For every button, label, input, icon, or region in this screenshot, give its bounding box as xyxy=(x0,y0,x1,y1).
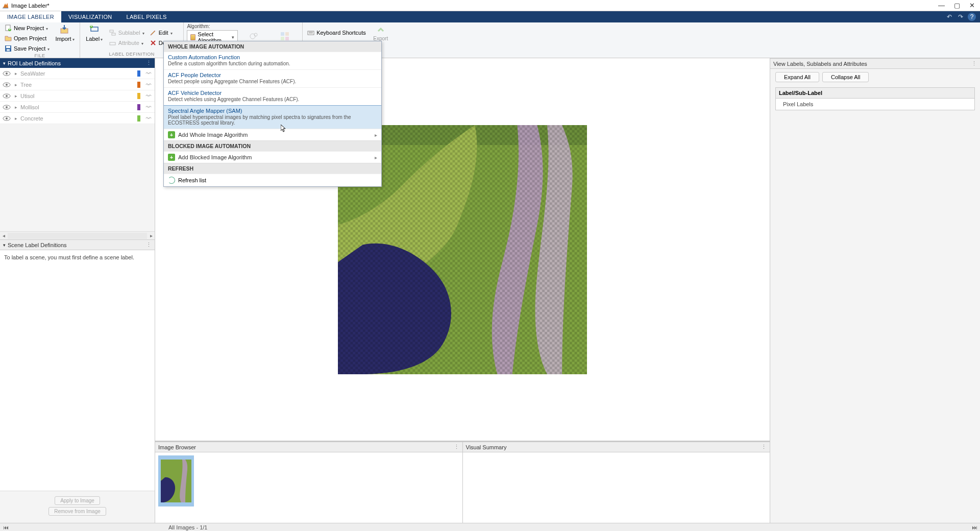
svg-text:+: + xyxy=(90,25,93,29)
keyboard-shortcuts-button[interactable]: Keyboard Shortcuts xyxy=(306,28,368,37)
view-labels-header[interactable]: View Labels, Sublabels and Attributes ⋮ xyxy=(770,58,980,69)
roi-panel-header[interactable]: ▾ ROI Label Definitions ⋮ xyxy=(0,58,155,68)
panel-menu-icon[interactable]: ⋮ xyxy=(454,444,459,450)
roi-hscroll[interactable]: ◂ ▸ xyxy=(0,231,155,239)
folder-open-icon xyxy=(5,35,12,42)
scene-panel-header[interactable]: ▾ Scene Label Definitions ⋮ xyxy=(0,239,155,250)
first-image-button[interactable]: ⏮ xyxy=(2,524,9,530)
dropdown-group-blocked: BLOCKED IMAGE AUTOMATION xyxy=(164,140,381,151)
svg-rect-0 xyxy=(3,8,8,8)
color-swatch xyxy=(137,70,140,77)
save-project-button[interactable]: Save Project xyxy=(3,44,51,53)
visibility-icon[interactable] xyxy=(2,115,11,122)
link-icon[interactable] xyxy=(144,115,153,122)
expand-all-button[interactable]: Expand All xyxy=(775,72,819,82)
right-sidebar: View Labels, Sublabels and Attributes ⋮ … xyxy=(770,58,980,523)
link-icon[interactable] xyxy=(144,70,153,77)
dropdown-refresh[interactable]: Refresh list xyxy=(164,174,381,186)
close-button[interactable]: ✕ xyxy=(969,2,975,9)
expand-icon[interactable]: ▸ xyxy=(13,93,19,99)
import-icon xyxy=(60,25,70,35)
expand-icon[interactable]: ▸ xyxy=(13,71,19,76)
import-button[interactable]: Import xyxy=(53,23,76,53)
chevron-down-icon: ▾ xyxy=(232,35,234,40)
visual-summary-panel: Visual Summary ⋮ xyxy=(463,442,770,523)
dashboard-icon xyxy=(280,31,290,41)
dropdown-item-sam[interactable]: Spectral Angle Mapper (SAM) Pixel label … xyxy=(164,105,381,129)
dropdown-add-whole[interactable]: + Add Whole Image Algorithm ▸ xyxy=(164,129,381,140)
dropdown-group-whole: WHOLE IMAGE AUTOMATION xyxy=(164,41,381,52)
tab-image-labeler[interactable]: IMAGE LABELER xyxy=(0,11,61,22)
visibility-icon[interactable] xyxy=(2,104,11,111)
dropdown-item-acf-vehicle[interactable]: ACF Vehicle Detector Detect vehicles usi… xyxy=(164,87,381,105)
titlebar: Image Labeler* — ▢ ✕ xyxy=(0,0,980,11)
roi-label-mollisol[interactable]: ▸ Mollisol xyxy=(0,102,155,113)
image-thumbnail[interactable] xyxy=(158,455,194,506)
open-project-button[interactable]: Open Project xyxy=(3,34,51,43)
attribute-button[interactable]: Attribute xyxy=(108,38,146,47)
panel-menu-icon[interactable]: ⋮ xyxy=(761,444,767,450)
help-button[interactable]: ? xyxy=(968,13,976,21)
statusbar: ⏮ All Images - 1/1 ⏭ xyxy=(0,523,980,531)
panel-menu-icon[interactable]: ⋮ xyxy=(971,60,977,67)
svg-rect-19 xyxy=(285,37,289,40)
roi-label-seawater[interactable]: ▸ SeaWater xyxy=(0,68,155,79)
visual-summary-header[interactable]: Visual Summary ⋮ xyxy=(463,442,770,452)
expand-icon[interactable]: ▸ xyxy=(13,116,19,121)
link-icon[interactable] xyxy=(144,92,153,100)
undo-button[interactable]: ↶ xyxy=(945,13,953,21)
color-swatch xyxy=(137,115,140,122)
apply-to-image-button[interactable]: Apply to Image xyxy=(55,496,100,505)
scroll-left-icon[interactable]: ◂ xyxy=(0,233,7,238)
label-icon: + xyxy=(89,25,100,35)
expand-icon[interactable]: ▸ xyxy=(13,105,19,110)
label-table: Label/Sub-Label Pixel Labels xyxy=(775,87,975,110)
visibility-icon[interactable] xyxy=(2,81,11,88)
sublabel-button[interactable]: Sublabel xyxy=(108,28,146,37)
svg-rect-5 xyxy=(6,46,10,48)
dropdown-group-refresh: REFRESH xyxy=(164,163,381,174)
redo-button[interactable]: ↷ xyxy=(957,13,965,21)
status-text: All Images - 1/1 xyxy=(168,524,207,530)
dropdown-add-blocked[interactable]: + Add Blocked Image Algorithm ▸ xyxy=(164,151,381,163)
tab-visualization[interactable]: VISUALIZATION xyxy=(61,11,119,22)
roi-label-concrete[interactable]: ▸ Concrete xyxy=(0,113,155,124)
label-button[interactable]: + Label xyxy=(83,23,106,52)
roi-label-utisol[interactable]: ▸ Utisol xyxy=(0,90,155,102)
panel-menu-icon[interactable]: ⋮ xyxy=(146,242,152,248)
label-table-header: Label/Sub-Label xyxy=(776,88,974,99)
keyboard-icon xyxy=(307,29,314,36)
attribute-icon xyxy=(109,39,116,46)
new-project-button[interactable]: + New Project xyxy=(3,23,51,33)
label-table-row[interactable]: Pixel Labels xyxy=(776,99,974,110)
visibility-icon[interactable] xyxy=(2,70,11,77)
dropdown-item-acf-people[interactable]: ACF People Detector Detect people using … xyxy=(164,69,381,87)
expand-icon[interactable]: ▸ xyxy=(13,82,19,87)
tab-label-pixels[interactable]: LABEL PIXELS xyxy=(119,11,174,22)
algorithm-label: Algorithm: xyxy=(187,23,299,29)
automate-icon xyxy=(249,31,259,41)
minimize-button[interactable]: — xyxy=(938,2,945,9)
visibility-icon[interactable] xyxy=(2,92,11,100)
roi-label-tree[interactable]: ▸ Tree xyxy=(0,79,155,90)
link-icon[interactable] xyxy=(144,81,153,88)
folder-icon xyxy=(190,34,195,40)
scroll-right-icon[interactable]: ▸ xyxy=(148,233,155,238)
maximize-button[interactable]: ▢ xyxy=(954,2,960,9)
link-icon[interactable] xyxy=(144,104,153,111)
panel-menu-icon[interactable]: ⋮ xyxy=(146,60,152,66)
edit-button[interactable]: Edit xyxy=(148,28,181,37)
collapse-all-button[interactable]: Collapse All xyxy=(822,72,869,82)
image-browser-header[interactable]: Image Browser ⋮ xyxy=(155,442,462,452)
svg-point-24 xyxy=(6,73,8,75)
submenu-arrow-icon: ▸ xyxy=(375,132,377,138)
dropdown-item-custom[interactable]: Custom Automation Function Define a cust… xyxy=(164,52,381,69)
svg-rect-11 xyxy=(110,30,113,32)
image-browser-panel: Image Browser ⋮ xyxy=(155,442,463,523)
remove-from-image-button[interactable]: Remove from Image xyxy=(48,507,106,516)
algorithm-dropdown: WHOLE IMAGE AUTOMATION Custom Automation… xyxy=(163,41,382,187)
last-image-button[interactable]: ⏭ xyxy=(971,524,978,530)
tabstrip: IMAGE LABELER VISUALIZATION LABEL PIXELS… xyxy=(0,11,980,22)
collapse-icon: ▾ xyxy=(3,61,6,66)
toolstrip: + New Project Open Project Save Project … xyxy=(0,22,980,58)
